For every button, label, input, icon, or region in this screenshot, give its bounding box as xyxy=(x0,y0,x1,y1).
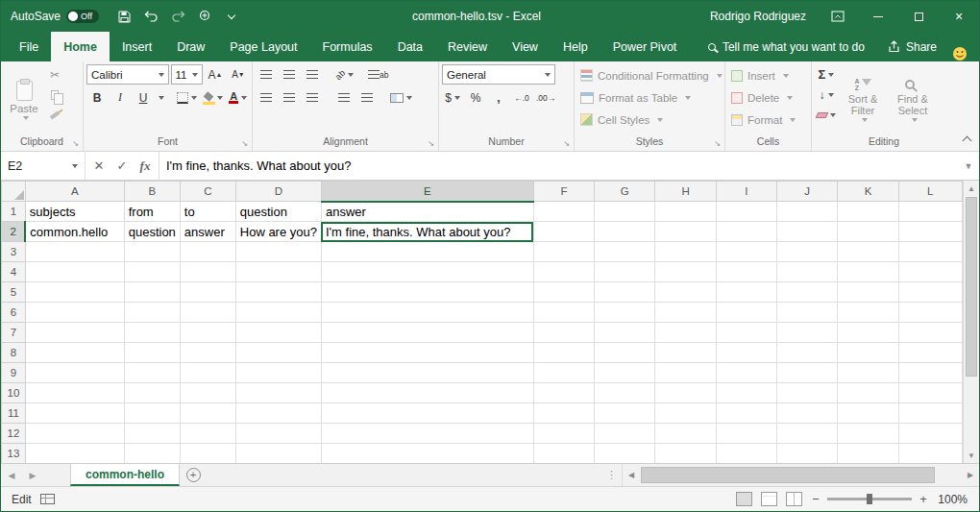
cell-d9[interactable] xyxy=(235,363,321,383)
horizontal-scroll-thumb[interactable] xyxy=(641,467,935,483)
cell-f4[interactable] xyxy=(533,262,594,282)
touch-mode-button[interactable] xyxy=(193,4,216,29)
cell-f1[interactable] xyxy=(533,202,594,222)
cell-h3[interactable] xyxy=(655,242,716,262)
cell-d7[interactable] xyxy=(235,323,321,343)
cell-f3[interactable] xyxy=(533,242,594,262)
cell-j10[interactable] xyxy=(777,383,838,403)
row-header-13[interactable]: 13 xyxy=(2,444,26,464)
ribbon-tab-view[interactable]: View xyxy=(500,32,551,61)
top-align-button[interactable] xyxy=(256,64,277,85)
new-sheet-button[interactable]: + xyxy=(180,464,207,486)
cell-l5[interactable] xyxy=(898,282,962,303)
row-header-1[interactable]: 1 xyxy=(2,202,26,222)
cell-d13[interactable] xyxy=(235,444,321,464)
cell-b10[interactable] xyxy=(124,383,180,403)
cell-h12[interactable] xyxy=(655,424,716,444)
cell-e12[interactable] xyxy=(321,424,533,444)
bold-button[interactable]: B xyxy=(86,87,108,108)
align-right-button[interactable] xyxy=(302,87,323,108)
cell-k4[interactable] xyxy=(838,262,898,282)
cell-d4[interactable] xyxy=(235,262,321,282)
cell-b7[interactable] xyxy=(124,323,180,343)
normal-view-button[interactable] xyxy=(736,492,752,506)
borders-button[interactable] xyxy=(175,87,199,108)
paste-button[interactable]: Paste xyxy=(4,64,44,135)
maximize-button[interactable] xyxy=(898,1,939,32)
ribbon-tab-insert[interactable]: Insert xyxy=(110,32,164,61)
font-dialog-launcher[interactable]: ↘ xyxy=(241,140,248,148)
clipboard-dialog-launcher[interactable]: ↘ xyxy=(72,140,79,148)
cell-j4[interactable] xyxy=(777,262,838,282)
minimize-button[interactable] xyxy=(858,1,898,32)
column-header-f[interactable]: F xyxy=(533,182,594,202)
cell-i9[interactable] xyxy=(716,363,776,383)
previous-sheet-button[interactable]: ◀ xyxy=(1,464,22,486)
cancel-entry-button[interactable]: ✕ xyxy=(87,152,110,180)
row-header-6[interactable]: 6 xyxy=(2,303,26,323)
cell-a6[interactable] xyxy=(25,303,124,323)
sheet-bar-splitter[interactable]: ⋮ xyxy=(601,464,622,486)
vertical-scroll-track[interactable] xyxy=(964,196,979,448)
cell-i12[interactable] xyxy=(716,424,776,444)
cell-c3[interactable] xyxy=(180,242,235,262)
cell-b2[interactable]: question xyxy=(124,222,180,242)
cell-c9[interactable] xyxy=(180,363,235,383)
cell-b13[interactable] xyxy=(124,444,180,464)
insert-button[interactable]: Insert xyxy=(728,64,808,86)
row-header-10[interactable]: 10 xyxy=(2,383,26,403)
page-layout-view-button[interactable] xyxy=(761,492,777,506)
number-format-select[interactable]: General xyxy=(442,64,555,85)
cell-a2[interactable]: common.hello xyxy=(25,222,124,242)
cell-g12[interactable] xyxy=(595,424,655,444)
cell-k9[interactable] xyxy=(838,363,898,383)
save-button[interactable] xyxy=(112,4,135,29)
cell-i5[interactable] xyxy=(716,282,776,303)
decrease-font-size-button[interactable]: A▼ xyxy=(228,64,249,85)
cell-j8[interactable] xyxy=(777,343,838,363)
cell-i1[interactable] xyxy=(716,202,776,222)
cell-k13[interactable] xyxy=(838,444,898,464)
cell-i10[interactable] xyxy=(716,383,776,403)
cell-i6[interactable] xyxy=(716,303,776,323)
ribbon-tab-formulas[interactable]: Formulas xyxy=(310,32,385,61)
confirm-entry-button[interactable]: ✓ xyxy=(110,152,134,180)
formula-input[interactable]: I'm fine, thanks. What about you? xyxy=(159,152,958,180)
zoom-percentage[interactable]: 100% xyxy=(937,493,968,506)
cell-d10[interactable] xyxy=(235,383,321,403)
clear-button[interactable] xyxy=(815,105,838,125)
select-all-corner[interactable] xyxy=(2,182,26,202)
styles-dialog-launcher[interactable]: ↘ xyxy=(714,140,721,148)
cell-a5[interactable] xyxy=(25,282,124,303)
redo-button[interactable] xyxy=(166,4,189,29)
font-size-select[interactable]: 11 xyxy=(171,64,203,85)
cell-e6[interactable] xyxy=(321,303,533,323)
insert-function-button[interactable]: fx xyxy=(134,152,157,180)
cell-i11[interactable] xyxy=(716,403,776,424)
autosum-button[interactable]: Σ xyxy=(815,64,838,85)
ribbon-tab-power-pivot[interactable]: Power Pivot xyxy=(600,32,690,61)
cell-d12[interactable] xyxy=(235,424,321,444)
row-header-2[interactable]: 2 xyxy=(2,222,26,242)
cell-k8[interactable] xyxy=(838,343,898,363)
vertical-scroll-thumb[interactable] xyxy=(966,197,977,377)
cell-i7[interactable] xyxy=(716,323,776,343)
merge-center-button[interactable] xyxy=(388,87,414,108)
cell-i13[interactable] xyxy=(716,444,776,464)
accounting-format-button[interactable]: $ xyxy=(442,87,463,108)
align-left-button[interactable] xyxy=(256,87,277,108)
cell-h10[interactable] xyxy=(655,383,716,403)
cell-j6[interactable] xyxy=(777,303,838,323)
fill-button[interactable]: ↓ xyxy=(815,85,838,105)
cell-j9[interactable] xyxy=(777,363,838,383)
font-color-button[interactable]: A xyxy=(227,87,249,108)
cell-d1[interactable]: question xyxy=(235,202,321,222)
cell-a4[interactable] xyxy=(25,262,124,282)
column-header-k[interactable]: K xyxy=(838,182,898,202)
italic-button[interactable]: I xyxy=(110,87,131,108)
cell-c8[interactable] xyxy=(180,343,235,363)
column-header-b[interactable]: B xyxy=(124,182,180,202)
cell-d2[interactable]: How are you? xyxy=(235,222,321,242)
middle-align-button[interactable] xyxy=(279,64,300,85)
ribbon-tab-draw[interactable]: Draw xyxy=(164,32,217,61)
